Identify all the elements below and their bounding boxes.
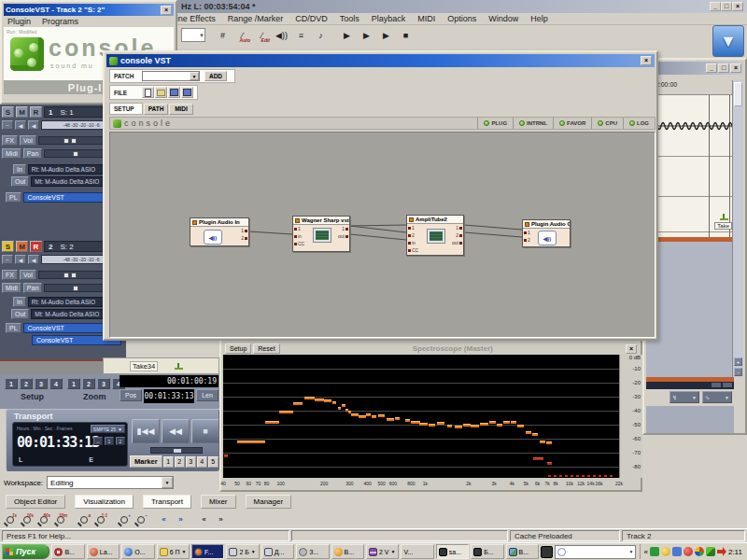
taskbar-item[interactable]: V... bbox=[401, 544, 433, 559]
tray-icon[interactable] bbox=[672, 547, 682, 556]
collapse-button[interactable]: − bbox=[2, 120, 13, 130]
menu-item[interactable]: MIDI bbox=[417, 14, 435, 23]
tab-transport[interactable]: Transport bbox=[143, 495, 191, 509]
zoom-out-icon[interactable]: - bbox=[734, 368, 742, 376]
taskbar-item[interactable]: Д... bbox=[261, 544, 294, 559]
quicklaunch-icon[interactable] bbox=[541, 546, 553, 558]
marker-5-button[interactable]: 5 bbox=[208, 456, 218, 468]
tab-object-editor[interactable]: Object Editor bbox=[6, 495, 65, 509]
zoom-preset-button[interactable]: 3 bbox=[97, 378, 110, 389]
input-port[interactable]: in bbox=[408, 240, 416, 245]
marker-1-button[interactable]: 1 bbox=[163, 456, 174, 468]
fx-icon[interactable]: ◀)) bbox=[273, 27, 290, 43]
lcd-icon[interactable] bbox=[428, 230, 444, 243]
taskbar-item[interactable]: О... bbox=[121, 544, 154, 559]
save-as-icon[interactable] bbox=[181, 87, 193, 98]
smpte-combo[interactable]: SMPTE 25▼ bbox=[91, 425, 125, 433]
midi-icon[interactable]: ♪ bbox=[312, 27, 330, 43]
range-end-icon[interactable]: » bbox=[213, 512, 229, 527]
menu-plugin[interactable]: Plugin bbox=[7, 17, 31, 26]
plugin-button[interactable]: PL bbox=[6, 323, 21, 333]
spectroscope-setup-button[interactable]: Setup bbox=[225, 343, 251, 354]
play-loop-icon[interactable]: ▶ bbox=[358, 27, 375, 43]
tray-icon[interactable] bbox=[650, 547, 659, 556]
vertical-scrollbar[interactable]: + - bbox=[732, 80, 743, 377]
marker-2-button[interactable]: 2 bbox=[175, 456, 185, 468]
vol-button[interactable]: Vol bbox=[20, 135, 36, 146]
mute-button[interactable]: M bbox=[16, 241, 28, 252]
preset2-button[interactable]: 2 bbox=[116, 437, 125, 445]
plug-button[interactable]: PLUG bbox=[477, 118, 513, 129]
input-port[interactable]: in bbox=[294, 233, 302, 239]
taskbar-item-group[interactable]: 6 П▼ bbox=[157, 544, 190, 559]
close-icon[interactable]: × bbox=[732, 2, 743, 11]
prev-marker-icon[interactable]: « bbox=[156, 512, 172, 527]
output-port[interactable]: 2 bbox=[456, 232, 462, 238]
tab-manager[interactable]: Manager bbox=[246, 495, 292, 509]
setup-preset-button[interactable]: 1 bbox=[5, 378, 18, 389]
setup-preset-button[interactable]: 2 bbox=[20, 378, 33, 389]
module-plugin-audio-in[interactable]: Plugin Audio In ◀)) 12 bbox=[190, 217, 249, 246]
input-port[interactable]: CC bbox=[408, 247, 418, 253]
tray-icon[interactable] bbox=[661, 547, 670, 556]
zoom-1s-icon[interactable]: 1s bbox=[2, 512, 18, 527]
cpu-button[interactable]: CPU bbox=[591, 118, 623, 129]
tray-icon[interactable] bbox=[717, 547, 726, 556]
input-button[interactable]: In bbox=[13, 164, 26, 175]
workspace-combo[interactable]: Editing▼ bbox=[47, 476, 174, 489]
menu-item[interactable]: Tools bbox=[340, 14, 359, 23]
zoom-10m-icon[interactable]: 10m bbox=[52, 512, 68, 527]
zoom-all-icon[interactable]: a bbox=[76, 512, 92, 527]
monitor-icon[interactable]: ◀ bbox=[28, 120, 39, 130]
input-port[interactable]: 1 bbox=[524, 230, 530, 235]
minimize-icon[interactable]: _ bbox=[710, 2, 721, 11]
track-lanes[interactable]: Take bbox=[646, 95, 736, 237]
menu-item[interactable]: Help bbox=[530, 14, 548, 23]
marker-button[interactable]: Marker bbox=[130, 455, 162, 468]
tray-collapse-icon[interactable]: « bbox=[643, 548, 647, 556]
start-button[interactable]: Пуск bbox=[2, 544, 49, 559]
record-button[interactable]: R bbox=[30, 241, 42, 252]
search-input[interactable]: ▼ bbox=[555, 545, 637, 559]
output-button[interactable]: Out bbox=[11, 176, 29, 187]
favor-button[interactable]: FAVOR bbox=[553, 118, 591, 129]
output-button[interactable]: Out bbox=[11, 309, 29, 319]
take-label[interactable]: Take bbox=[714, 222, 732, 230]
close-icon[interactable]: × bbox=[641, 56, 652, 65]
shuttle-slider[interactable] bbox=[150, 447, 203, 454]
speaker-icon[interactable]: ◀)) bbox=[204, 230, 222, 245]
zoom-10s-icon[interactable]: 10s bbox=[19, 512, 35, 527]
fx-button[interactable]: FX bbox=[2, 135, 18, 146]
menu-item[interactable]: Options bbox=[447, 14, 476, 23]
plugin-button[interactable]: PL bbox=[6, 192, 21, 203]
zoom-out-range-icon[interactable]: − bbox=[133, 512, 148, 527]
new-file-icon[interactable] bbox=[142, 87, 154, 98]
tab-mixer[interactable]: Mixer bbox=[201, 495, 236, 509]
zoom-in-icon[interactable]: + bbox=[734, 357, 742, 366]
minimize-icon[interactable]: _ bbox=[706, 63, 717, 73]
taskbar-item[interactable]: В... bbox=[331, 544, 364, 559]
mute-button[interactable]: M bbox=[16, 106, 28, 118]
midi-button[interactable]: Midi bbox=[2, 283, 21, 293]
fx-button[interactable]: FX bbox=[2, 270, 18, 280]
input-port[interactable]: 1 bbox=[408, 225, 415, 231]
speaker-icon[interactable]: ◀ bbox=[15, 120, 26, 130]
input-port[interactable]: 1 bbox=[294, 226, 301, 231]
input-button[interactable]: In bbox=[13, 297, 26, 307]
menu-programs[interactable]: Programs bbox=[42, 17, 78, 26]
next-marker-icon[interactable]: » bbox=[173, 512, 189, 527]
wave-combo[interactable]: ∿▼ bbox=[702, 391, 732, 403]
solo-button[interactable]: S bbox=[2, 106, 14, 118]
menu-item[interactable]: Window bbox=[488, 14, 518, 23]
spectroscope-reset-button[interactable]: Reset bbox=[253, 343, 279, 354]
menu-item[interactable]: Playback bbox=[372, 14, 406, 23]
patch-combo[interactable]: ▼ bbox=[142, 71, 200, 81]
zoom-preset-button[interactable]: 1 bbox=[67, 378, 80, 389]
output-port[interactable]: out bbox=[452, 240, 462, 245]
path-tab[interactable]: PATH bbox=[144, 104, 168, 115]
swap-icon[interactable]: ↔ bbox=[93, 437, 103, 445]
close-icon[interactable]: × bbox=[626, 344, 637, 354]
marker-4-button[interactable]: 4 bbox=[197, 456, 207, 468]
output-port[interactable]: 1 bbox=[342, 226, 348, 231]
midi-button[interactable]: Midi bbox=[2, 148, 21, 159]
